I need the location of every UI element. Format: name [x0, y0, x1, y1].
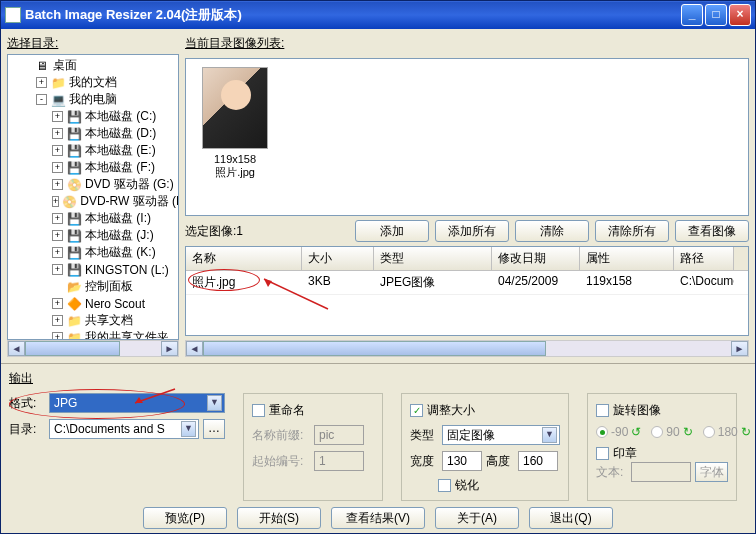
resize-type-combo[interactable]: 固定图像 ▼ [442, 425, 560, 445]
folder-icon: 💾 [66, 161, 82, 175]
stamp-checkbox[interactable]: 印章 [596, 445, 728, 462]
col-type[interactable]: 类型 [374, 247, 492, 270]
expand-icon[interactable]: + [52, 264, 63, 275]
tree-node[interactable]: +💾本地磁盘 (C:) [8, 108, 178, 125]
browse-dir-button[interactable]: … [203, 419, 225, 439]
tree-node-label: 本地磁盘 (F:) [85, 159, 155, 176]
tree-node[interactable]: +💾本地磁盘 (J:) [8, 227, 178, 244]
folder-icon: 📁 [66, 314, 82, 328]
expand-icon[interactable]: + [52, 128, 63, 139]
tree-node[interactable]: +💾本地磁盘 (K:) [8, 244, 178, 261]
tree-node-label: Nero Scout [85, 297, 145, 311]
expand-icon[interactable]: + [52, 298, 63, 309]
clear-all-button[interactable]: 清除所有 [595, 220, 669, 242]
tree-node[interactable]: 📂控制面板 [8, 278, 178, 295]
col-attr[interactable]: 属性 [580, 247, 674, 270]
tree-node[interactable]: +📀DVD 驱动器 (G:) [8, 176, 178, 193]
view-image-button[interactable]: 查看图像 [675, 220, 749, 242]
rename-checkbox[interactable]: 重命名 [252, 402, 374, 419]
scroll-right-button[interactable]: ► [731, 341, 748, 356]
chevron-down-icon[interactable]: ▼ [542, 427, 557, 443]
col-name[interactable]: 名称 [186, 247, 302, 270]
tree-node[interactable]: +💾本地磁盘 (F:) [8, 159, 178, 176]
view-results-button[interactable]: 查看结果(V) [331, 507, 425, 529]
checkbox-icon: ✓ [410, 404, 423, 417]
add-button[interactable]: 添加 [355, 220, 429, 242]
sharpen-checkbox[interactable]: 锐化 [438, 477, 560, 494]
scroll-right-button[interactable]: ► [161, 341, 178, 356]
start-button[interactable]: 开始(S) [237, 507, 321, 529]
tree-node[interactable]: +📁我的共享文件夹 [8, 329, 178, 340]
add-all-button[interactable]: 添加所有 [435, 220, 509, 242]
format-combo[interactable]: JPG ▼ [49, 393, 225, 413]
height-input[interactable] [518, 451, 558, 471]
format-label: 格式: [9, 395, 45, 412]
preview-button[interactable]: 预览(P) [143, 507, 227, 529]
expand-icon[interactable]: + [52, 315, 63, 326]
clear-button[interactable]: 清除 [515, 220, 589, 242]
tree-node[interactable]: +💾本地磁盘 (D:) [8, 125, 178, 142]
checkbox-icon [438, 479, 451, 492]
expand-icon[interactable]: + [52, 247, 63, 258]
tree-node[interactable]: -💻我的电脑 [8, 91, 178, 108]
thumbnail-image [202, 67, 268, 149]
tree-node[interactable]: 🖥桌面 [8, 57, 178, 74]
col-path[interactable]: 路径 [674, 247, 734, 270]
dir-label: 目录: [9, 421, 45, 438]
tree-node[interactable]: +💾本地磁盘 (E:) [8, 142, 178, 159]
dir-combo[interactable]: C:\Documents and S ▼ [49, 419, 199, 439]
tree-node-label: 本地磁盘 (C:) [85, 108, 156, 125]
expand-icon[interactable]: + [52, 162, 63, 173]
checkbox-icon [252, 404, 265, 417]
expand-icon[interactable]: + [52, 145, 63, 156]
thumbnail-area[interactable]: 119x158 照片.jpg [185, 58, 749, 216]
list-row[interactable]: 照片.jpg 3KB JPEG图像 04/25/2009 119x158 C:\… [186, 271, 748, 295]
expand-icon[interactable]: + [52, 196, 59, 207]
close-button[interactable]: × [729, 4, 751, 26]
tree-node[interactable]: +🔶Nero Scout [8, 295, 178, 312]
directory-tree[interactable]: 🖥桌面+📁我的文档-💻我的电脑+💾本地磁盘 (C:)+💾本地磁盘 (D:)+💾本… [7, 54, 179, 340]
tree-node-label: KINGSTON (L:) [85, 263, 169, 277]
expand-icon[interactable]: + [36, 77, 47, 88]
rotate-checkbox[interactable]: 旋转图像 [596, 402, 728, 419]
height-label: 高度 [486, 453, 514, 470]
folder-icon: 📁 [66, 331, 82, 341]
selected-count-label: 选定图像:1 [185, 223, 335, 240]
thumbnail-item[interactable]: 119x158 照片.jpg [194, 67, 276, 179]
col-size[interactable]: 大小 [302, 247, 374, 270]
tree-node[interactable]: +💾KINGSTON (L:) [8, 261, 178, 278]
tree-node[interactable]: +📁共享文档 [8, 312, 178, 329]
folder-icon: 🔶 [66, 297, 82, 311]
about-button[interactable]: 关于(A) [435, 507, 519, 529]
format-value: JPG [54, 396, 207, 410]
prefix-label: 名称前缀: [252, 427, 310, 444]
chevron-down-icon[interactable]: ▼ [207, 395, 222, 411]
folder-icon: 💾 [66, 229, 82, 243]
expand-icon[interactable]: + [52, 332, 63, 340]
file-list[interactable]: 名称 大小 类型 修改日期 属性 路径 照片.jpg 3KB JPEG图像 04… [185, 246, 749, 336]
rotate-label: 旋转图像 [613, 402, 661, 419]
tree-node-label: 本地磁盘 (J:) [85, 227, 154, 244]
prefix-input [314, 425, 364, 445]
resize-checkbox[interactable]: ✓ 调整大小 [410, 402, 560, 419]
tree-node[interactable]: +📁我的文档 [8, 74, 178, 91]
folder-icon: 💻 [50, 93, 66, 107]
scroll-left-button[interactable]: ◄ [186, 341, 203, 356]
expand-icon[interactable]: + [52, 179, 63, 190]
tree-hscroll[interactable]: ◄ ► [7, 340, 179, 357]
expand-icon[interactable]: + [52, 213, 63, 224]
scroll-left-button[interactable]: ◄ [8, 341, 25, 356]
list-hscroll[interactable]: ◄ ► [185, 340, 749, 357]
tree-node[interactable]: +💾本地磁盘 (I:) [8, 210, 178, 227]
exit-button[interactable]: 退出(Q) [529, 507, 613, 529]
col-date[interactable]: 修改日期 [492, 247, 580, 270]
tree-node[interactable]: +📀DVD-RW 驱动器 (H:) [8, 193, 178, 210]
stamp-label: 印章 [613, 445, 637, 462]
width-input[interactable] [442, 451, 482, 471]
expand-icon[interactable]: + [52, 111, 63, 122]
expand-icon[interactable]: + [52, 230, 63, 241]
maximize-button[interactable]: □ [705, 4, 727, 26]
expand-icon[interactable]: - [36, 94, 47, 105]
chevron-down-icon[interactable]: ▼ [181, 421, 196, 437]
minimize-button[interactable]: _ [681, 4, 703, 26]
